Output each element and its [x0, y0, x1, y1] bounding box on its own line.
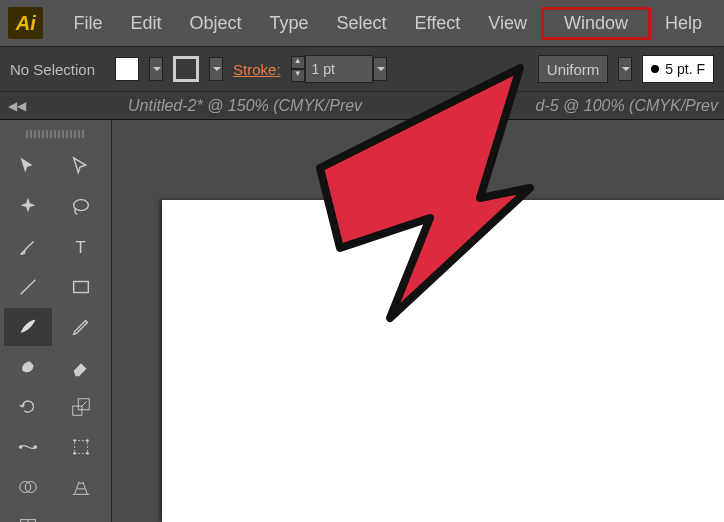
pencil-tool[interactable] — [57, 308, 105, 346]
panel-grip-icon[interactable] — [26, 130, 86, 138]
menu-window[interactable]: Window — [541, 7, 651, 40]
menu-file[interactable]: File — [59, 7, 116, 40]
svg-point-6 — [19, 445, 23, 449]
menu-type[interactable]: Type — [255, 7, 322, 40]
line-tool[interactable] — [4, 268, 52, 306]
svg-point-11 — [73, 452, 76, 455]
svg-rect-3 — [73, 282, 88, 293]
scale-tool[interactable] — [57, 388, 105, 426]
brush-value: 5 pt. F — [665, 61, 705, 77]
svg-rect-4 — [72, 406, 81, 415]
blob-brush-tool[interactable] — [4, 348, 52, 386]
document-tab-1[interactable]: Untitled-2* @ 150% (CMYK/Prev — [128, 97, 362, 115]
stroke-weight-value[interactable]: 1 pt — [305, 55, 373, 83]
profile-select[interactable]: Uniform — [538, 55, 609, 83]
app-logo: Ai — [8, 7, 43, 39]
stroke-down-icon[interactable]: ▼ — [291, 69, 305, 82]
profile-dropdown[interactable] — [618, 57, 632, 81]
pen-tool[interactable] — [4, 228, 52, 266]
collapse-icon[interactable]: ◀◀ — [8, 99, 26, 113]
paintbrush-tool[interactable] — [4, 308, 52, 346]
stroke-up-icon[interactable]: ▲ — [291, 56, 305, 69]
selection-label: No Selection — [10, 61, 95, 78]
perspective-grid-tool[interactable] — [57, 468, 105, 506]
stroke-label[interactable]: Stroke: — [233, 61, 281, 78]
menu-edit[interactable]: Edit — [116, 7, 175, 40]
stroke-dropdown[interactable] — [209, 57, 223, 81]
document-tab-2[interactable]: d-5 @ 100% (CMYK/Prev — [535, 97, 724, 115]
profile-value: Uniform — [547, 61, 600, 78]
svg-point-12 — [86, 452, 89, 455]
selection-tool[interactable] — [4, 148, 52, 186]
svg-line-2 — [21, 280, 36, 295]
type-tool[interactable]: T — [57, 228, 105, 266]
tools-panel: T — [0, 120, 112, 522]
lasso-tool[interactable] — [57, 188, 105, 226]
rotate-tool[interactable] — [4, 388, 52, 426]
svg-point-9 — [73, 439, 76, 442]
canvas-area[interactable] — [112, 120, 724, 522]
menu-effect[interactable]: Effect — [401, 7, 475, 40]
free-transform-tool[interactable] — [57, 428, 105, 466]
artboard[interactable] — [162, 200, 724, 522]
direct-selection-tool[interactable] — [57, 148, 105, 186]
menu-select[interactable]: Select — [323, 7, 401, 40]
dot-icon — [651, 65, 659, 73]
svg-text:T: T — [75, 238, 85, 256]
svg-point-7 — [34, 445, 38, 449]
stroke-weight-dropdown[interactable] — [373, 57, 387, 81]
eraser-tool[interactable] — [57, 348, 105, 386]
gradient-tool[interactable] — [57, 508, 105, 522]
menu-view[interactable]: View — [474, 7, 541, 40]
menu-object[interactable]: Object — [175, 7, 255, 40]
mesh-tool[interactable] — [4, 508, 52, 522]
shape-builder-tool[interactable] — [4, 468, 52, 506]
fill-swatch[interactable] — [115, 57, 139, 81]
stroke-swatch[interactable] — [173, 56, 199, 82]
rectangle-tool[interactable] — [57, 268, 105, 306]
stroke-weight-stepper[interactable]: ▲ ▼ 1 pt — [291, 55, 387, 83]
svg-rect-8 — [74, 441, 87, 454]
width-tool[interactable] — [4, 428, 52, 466]
brush-select[interactable]: 5 pt. F — [642, 55, 714, 83]
magic-wand-tool[interactable] — [4, 188, 52, 226]
svg-point-10 — [86, 439, 89, 442]
fill-dropdown[interactable] — [149, 57, 163, 81]
menu-help[interactable]: Help — [651, 7, 716, 40]
